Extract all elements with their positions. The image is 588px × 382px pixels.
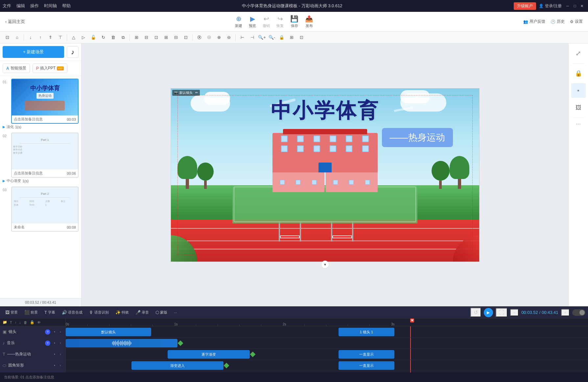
sub-btn-lock[interactable]: 🔓 bbox=[89, 33, 98, 42]
tl-record-button[interactable]: 🎤 录音 bbox=[133, 309, 152, 316]
ppt-button[interactable]: P 插入PPT VIP bbox=[33, 64, 67, 73]
redo-button[interactable]: ↪ 恢复 bbox=[276, 15, 284, 28]
music-button[interactable]: ♪ bbox=[67, 46, 79, 58]
track-block-shape-2[interactable]: 一直显示 bbox=[339, 361, 394, 370]
back-home-button[interactable]: ‹ 返回主页 bbox=[5, 19, 25, 25]
sub-btn-shape[interactable]: △ bbox=[69, 33, 78, 42]
tl-mask-button[interactable]: ⬡ 蒙版 bbox=[153, 309, 170, 316]
tl-zoom-out-btn[interactable]: − bbox=[510, 309, 519, 316]
publish-button[interactable]: 📤 发布 bbox=[305, 15, 313, 28]
tl-fullscreen-button[interactable]: ⛶ bbox=[496, 308, 507, 317]
menu-operate[interactable]: 操作 bbox=[30, 3, 39, 9]
tl-caption-button[interactable]: T 字幕 bbox=[42, 309, 58, 316]
menu-timeline[interactable]: 时间轴 bbox=[44, 3, 57, 9]
sub-btn-align-top[interactable]: ⊞ bbox=[161, 33, 171, 42]
sub-btn-align-right[interactable]: ⊡ bbox=[152, 33, 161, 42]
close-button[interactable]: ✕ bbox=[579, 3, 585, 9]
diamond-text1[interactable] bbox=[250, 351, 256, 357]
sub-btn-rotate[interactable]: ↻ bbox=[99, 33, 108, 42]
sub-btn-group[interactable]: ⊕ bbox=[214, 33, 223, 42]
track-help-music[interactable]: ? bbox=[45, 341, 50, 346]
sub-btn-distribute-v[interactable]: ⦾ bbox=[204, 33, 214, 42]
undo-button[interactable]: ↩ 撤销 bbox=[263, 15, 270, 28]
right-panel-fullscreen[interactable]: ⤢ bbox=[571, 46, 586, 61]
sub-btn-select[interactable]: ⊡ bbox=[3, 33, 12, 42]
main-canvas[interactable]: 中小学体育 ——热身运动 📷 默认镜头 ✏ bbox=[171, 88, 480, 262]
sub-btn-down[interactable]: ↓ bbox=[26, 33, 35, 42]
sub-btn-copy[interactable]: ⧉ bbox=[118, 33, 128, 42]
tl-add-text-icon[interactable]: T bbox=[10, 320, 12, 324]
sub-btn-distribute-h[interactable]: ⦿ bbox=[195, 33, 204, 42]
tl-play-button[interactable]: ▶ bbox=[484, 308, 493, 317]
right-panel-more[interactable]: ··· bbox=[576, 120, 581, 127]
track-help-camera[interactable]: ? bbox=[45, 329, 50, 335]
sub-btn-more2[interactable]: ⊣ bbox=[247, 33, 257, 42]
sub-btn-align-bottom[interactable]: ⊡ bbox=[181, 33, 190, 42]
tl-effect-button[interactable]: ✨ 特效 bbox=[113, 309, 131, 316]
scene-card-1[interactable]: 中小学体育 热身运动 点击添加备注信息 00:03 bbox=[11, 79, 79, 124]
sub-btn-play[interactable]: ▷ bbox=[79, 33, 88, 42]
scene-card-2[interactable]: Part 1 教学目标教学内容教学步骤 点击添加备注信息 00:06 bbox=[11, 133, 79, 178]
tl-reset-button[interactable]: ↺ bbox=[470, 308, 481, 317]
track-collapse-4[interactable]: ‹ bbox=[58, 363, 63, 368]
sub-btn-more1[interactable]: ⊢ bbox=[238, 33, 247, 42]
login-button[interactable]: 👤 登录/注册 bbox=[539, 3, 562, 9]
sub-btn-up1[interactable]: ↑ bbox=[36, 33, 45, 42]
feedback-button[interactable]: 👥 用户反馈 bbox=[523, 19, 545, 24]
track-dot-1[interactable]: • bbox=[52, 330, 57, 334]
upgrade-button[interactable]: 升级账户 bbox=[514, 2, 536, 10]
tl-move-down-icon[interactable]: ↓ bbox=[19, 320, 21, 324]
maximize-button[interactable]: □ bbox=[572, 3, 578, 9]
tl-zoom-in-btn[interactable]: + bbox=[561, 309, 570, 316]
tl-toggle[interactable] bbox=[572, 309, 585, 316]
menu-help[interactable]: 帮助 bbox=[62, 3, 71, 9]
new-scene-button[interactable]: + 新建场景 bbox=[3, 46, 64, 58]
tl-bg-button[interactable]: 🖼 背景 bbox=[3, 309, 20, 316]
track-dot-3[interactable]: • bbox=[52, 352, 57, 357]
tl-lock-track-icon[interactable]: 🔒 bbox=[30, 320, 35, 324]
track-block-camera-1[interactable]: 1 镜头 1 bbox=[339, 328, 394, 336]
minimize-button[interactable]: ─ bbox=[564, 3, 571, 9]
track-collapse-2[interactable]: ‹ bbox=[58, 341, 63, 345]
sub-btn-up2[interactable]: ⇑ bbox=[46, 33, 55, 42]
tl-eye-track-icon[interactable]: 👁 bbox=[37, 320, 41, 324]
tl-more-button[interactable]: ··· bbox=[171, 310, 179, 316]
right-panel-lock[interactable]: 🔒 bbox=[571, 66, 586, 81]
scene-card-3[interactable]: Part 2 项目时间次数备注 热身5min1 未命名 00:08 bbox=[11, 187, 79, 232]
preview-button[interactable]: ▶ 预览 bbox=[249, 15, 256, 28]
track-dot-2[interactable]: • bbox=[52, 341, 57, 345]
sub-btn-zoom-out[interactable]: 🔍- bbox=[267, 33, 276, 42]
sub-btn-lock2[interactable]: 🔒 bbox=[277, 33, 286, 42]
tl-delete-track-icon[interactable]: 🗑 bbox=[24, 320, 27, 324]
sub-btn-align-left[interactable]: ⊞ bbox=[132, 33, 141, 42]
sub-btn-ungroup[interactable]: ⊖ bbox=[224, 33, 233, 42]
track-block-text1-1[interactable]: 逐字渐变 bbox=[168, 350, 250, 359]
tl-tts-button[interactable]: 🔊 语音合成 bbox=[59, 309, 85, 316]
menu-file[interactable]: 文件 bbox=[3, 3, 11, 9]
ai-scene-button[interactable]: A 智能场景 bbox=[3, 64, 30, 73]
history-button[interactable]: 🕐 历史 bbox=[551, 19, 565, 24]
track-collapse-1[interactable]: ‹ bbox=[58, 330, 63, 334]
track-dot-4[interactable]: • bbox=[52, 363, 57, 368]
sub-btn-up3[interactable]: ⊤ bbox=[56, 33, 65, 42]
track-block-shape-1[interactable]: 渐变进入 bbox=[131, 361, 223, 370]
track-block-text1-2[interactable]: 一直显示 bbox=[339, 350, 394, 359]
right-panel-image[interactable]: 🖼 bbox=[571, 100, 586, 115]
diamond-music[interactable] bbox=[178, 340, 183, 346]
right-panel-display[interactable]: ▪ bbox=[571, 83, 586, 98]
sub-btn-align-center-h[interactable]: ⊟ bbox=[142, 33, 151, 42]
sub-btn-delete[interactable]: 🗑 bbox=[108, 33, 118, 42]
menu-bar[interactable]: 文件 编辑 操作 时间轴 帮助 bbox=[3, 3, 71, 9]
playhead-marker[interactable] bbox=[410, 318, 414, 322]
new-button[interactable]: ⊕ 新建 bbox=[235, 15, 242, 28]
save-button[interactable]: 💾 保存 bbox=[290, 15, 298, 28]
track-collapse-3[interactable]: ‹ bbox=[58, 352, 63, 357]
canvas-scroll-down[interactable]: ▾ bbox=[321, 261, 329, 268]
tl-fg-button[interactable]: ⬛ 前景 bbox=[22, 309, 40, 316]
track-block-music[interactable] bbox=[66, 339, 177, 347]
sub-btn-home[interactable]: ⌂ bbox=[12, 33, 22, 42]
tl-add-folder-icon[interactable]: 📁 bbox=[3, 320, 7, 324]
sub-btn-paste[interactable]: ⊡ bbox=[297, 33, 306, 42]
tl-move-up-icon[interactable]: ↑ bbox=[15, 320, 17, 324]
sub-btn-align-center-v[interactable]: ⊟ bbox=[171, 33, 180, 42]
